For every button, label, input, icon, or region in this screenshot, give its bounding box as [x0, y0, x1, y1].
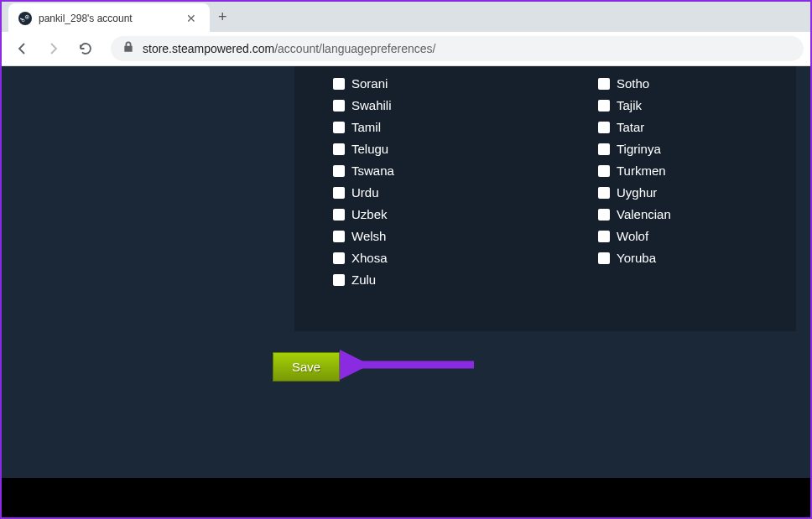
language-label: Valencian: [617, 207, 671, 221]
language-label: Welsh: [351, 229, 386, 243]
language-checkbox[interactable]: [333, 209, 345, 221]
lock-icon: [122, 41, 134, 56]
language-item: Welsh: [333, 229, 598, 243]
language-item: Uyghur: [598, 185, 671, 200]
language-item: Xhosa: [333, 251, 598, 265]
forward-button[interactable]: [40, 35, 67, 62]
language-label: Wolof: [617, 229, 648, 243]
language-label: Urdu: [351, 185, 379, 200]
language-label: Tamil: [351, 120, 381, 134]
reload-button[interactable]: [72, 35, 99, 62]
language-checkbox[interactable]: [333, 165, 345, 177]
language-checkbox[interactable]: [333, 100, 345, 112]
language-checkbox[interactable]: [333, 231, 345, 242]
language-label: Zulu: [351, 272, 376, 287]
svg-point-2: [26, 16, 28, 18]
language-item: Turkmen: [598, 163, 671, 178]
language-item: Uzbek: [333, 207, 598, 221]
language-item: Tatar: [598, 120, 671, 134]
language-checkbox[interactable]: [598, 187, 610, 199]
language-checkbox[interactable]: [598, 122, 610, 133]
language-label: Swahili: [351, 98, 392, 112]
tab-title: pankil_298's account: [39, 13, 176, 24]
new-tab-button[interactable]: +: [210, 8, 236, 26]
browser-tab[interactable]: pankil_298's account ✕: [8, 3, 210, 34]
language-item: Yoruba: [598, 251, 671, 265]
svg-point-0: [20, 13, 31, 24]
url-bar[interactable]: store.steampowered.com/account/languagep…: [111, 36, 804, 61]
back-button[interactable]: [8, 35, 35, 62]
language-item: Tigrinya: [598, 142, 671, 156]
browser-chrome: pankil_298's account ✕ + store.steampowe…: [2, 2, 810, 66]
language-checkbox[interactable]: [333, 78, 345, 90]
arrow-annotation: [340, 348, 482, 385]
language-item: Swahili: [333, 98, 598, 112]
language-item: Sorani: [333, 76, 598, 91]
address-bar: store.steampowered.com/account/languagep…: [2, 32, 810, 65]
language-label: Yoruba: [617, 251, 656, 265]
language-checkbox[interactable]: [598, 252, 610, 264]
language-checkbox[interactable]: [598, 165, 610, 177]
page-content: SoraniSwahiliTamilTeluguTswanaUrduUzbekW…: [2, 66, 810, 518]
language-checkbox[interactable]: [598, 209, 610, 221]
language-panel: SoraniSwahiliTamilTeluguTswanaUrduUzbekW…: [294, 66, 796, 331]
steam-favicon: [18, 12, 32, 25]
language-item: Urdu: [333, 185, 598, 200]
language-checkbox[interactable]: [333, 122, 345, 133]
language-checkbox[interactable]: [333, 187, 345, 199]
language-checkbox[interactable]: [598, 231, 610, 242]
tab-bar: pankil_298's account ✕ +: [2, 2, 810, 32]
tab-close-icon[interactable]: ✕: [183, 10, 200, 27]
language-item: Tamil: [333, 120, 598, 134]
language-item: Valencian: [598, 207, 671, 221]
language-checkbox[interactable]: [598, 100, 610, 112]
language-label: Telugu: [351, 142, 388, 156]
language-label: Uzbek: [351, 207, 388, 221]
language-label: Uyghur: [617, 185, 657, 200]
language-item: Sotho: [598, 76, 671, 91]
save-button[interactable]: Save: [273, 352, 340, 381]
language-checkbox[interactable]: [598, 78, 610, 90]
language-label: Turkmen: [617, 163, 666, 178]
language-label: Sotho: [617, 76, 649, 91]
language-item: Tswana: [333, 163, 598, 178]
language-item: Telugu: [333, 142, 598, 156]
language-label: Xhosa: [351, 251, 388, 265]
language-item: Zulu: [333, 272, 598, 287]
language-label: Tatar: [617, 120, 644, 134]
language-label: Sorani: [351, 76, 388, 91]
language-label: Tajik: [617, 98, 642, 112]
footer-bar: [2, 478, 810, 518]
language-item: Wolof: [598, 229, 671, 243]
language-label: Tswana: [351, 163, 394, 178]
language-item: Tajik: [598, 98, 671, 112]
language-checkbox[interactable]: [598, 143, 610, 155]
url-text: store.steampowered.com/account/languagep…: [143, 42, 435, 55]
language-checkbox[interactable]: [333, 143, 345, 155]
language-label: Tigrinya: [617, 142, 661, 156]
language-checkbox[interactable]: [333, 274, 345, 286]
language-checkbox[interactable]: [333, 252, 345, 264]
